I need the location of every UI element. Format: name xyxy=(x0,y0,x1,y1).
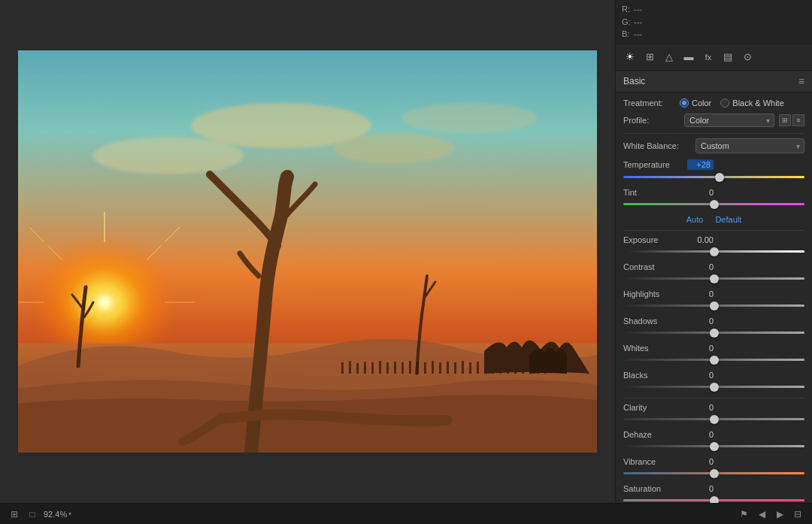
svg-rect-32 xyxy=(469,362,471,374)
highlights-track[interactable] xyxy=(623,304,804,307)
divider-mid xyxy=(623,398,804,398)
blacks-thumb[interactable] xyxy=(710,383,719,392)
saturation-label: Saturation xyxy=(623,484,687,493)
flag-icon[interactable]: ⚑ xyxy=(737,507,750,521)
dehaze-value[interactable]: 0 xyxy=(687,430,714,439)
temperature-row: Temperature +28 xyxy=(623,159,804,170)
exposure-track[interactable] xyxy=(623,250,804,253)
dehaze-thumb[interactable] xyxy=(710,442,719,451)
profile-label: Profile: xyxy=(623,116,680,125)
contrast-thumb[interactable] xyxy=(710,274,719,283)
svg-rect-17 xyxy=(356,363,359,374)
tint-track[interactable] xyxy=(623,203,804,205)
dehaze-section: Dehaze0 xyxy=(623,430,804,453)
b-label: B: xyxy=(622,28,629,41)
temperature-thumb[interactable] xyxy=(715,173,724,182)
svg-rect-20 xyxy=(379,361,381,374)
wb-select[interactable]: Custom As Shot Auto Daylight Cloudy xyxy=(695,138,804,153)
loupe-view-icon[interactable]: □ xyxy=(26,507,39,521)
profile-row: Profile: Color Adobe Color Adobe Landsca… xyxy=(623,114,804,127)
dehaze-row: Dehaze0 xyxy=(623,430,804,439)
shadows-thumb[interactable] xyxy=(710,329,719,338)
vibrance-value[interactable]: 0 xyxy=(687,457,714,466)
exposure-value[interactable]: 0.00 xyxy=(687,235,714,244)
blacks-section: Blacks0 xyxy=(623,371,804,393)
panel-menu-icon[interactable]: ≡ xyxy=(798,75,804,87)
exposure-thumb[interactable] xyxy=(710,247,719,256)
contrast-track[interactable] xyxy=(623,277,804,280)
temperature-track-container xyxy=(623,171,804,183)
temperature-value[interactable]: +28 xyxy=(687,159,714,170)
basic-adjust-icon[interactable]: ☀ xyxy=(622,49,638,65)
highlights-thumb[interactable] xyxy=(710,301,719,310)
main-area: R: --- G: --- B: --- ☀ ⊞ △ ▬ fx ▤ ⊙ Basi… xyxy=(0,0,812,503)
zoom-arrow[interactable]: ▾ xyxy=(68,510,71,517)
treatment-label: Treatment: xyxy=(623,98,680,108)
g-row: G: --- xyxy=(622,16,806,29)
color-radio[interactable]: Color xyxy=(680,98,711,108)
auto-button[interactable]: Auto xyxy=(686,215,704,224)
dehaze-track[interactable] xyxy=(623,445,804,447)
clarity-value[interactable]: 0 xyxy=(687,403,714,412)
profile-select[interactable]: Color Adobe Color Adobe Landscape Adobe … xyxy=(684,114,774,127)
shadows-track[interactable] xyxy=(623,332,804,334)
exposure-section: Exposure0.00 xyxy=(623,235,804,258)
prev-icon[interactable]: ◀ xyxy=(755,507,768,521)
next-icon[interactable]: ▶ xyxy=(773,507,786,521)
svg-rect-19 xyxy=(371,362,374,374)
calibration-icon[interactable]: ▤ xyxy=(720,49,736,65)
color-radio-btn[interactable] xyxy=(680,98,689,108)
tint-thumb[interactable] xyxy=(710,200,719,209)
effects-icon[interactable]: fx xyxy=(700,49,717,65)
zoom-display: 92.4% ▾ xyxy=(44,510,71,519)
highlights-label: Highlights xyxy=(623,289,687,298)
exposure-track-container xyxy=(623,246,804,258)
white-balance-label: White Balance: xyxy=(623,141,691,150)
clarity-thumb[interactable] xyxy=(710,415,719,424)
whites-thumb[interactable] xyxy=(710,356,719,365)
bw-radio[interactable]: Black & White xyxy=(720,98,783,108)
sliders-container: Exposure0.00Contrast0Highlights0Shadows0… xyxy=(623,235,804,504)
shadows-section: Shadows0 xyxy=(623,317,804,339)
tool-bar: ☀ ⊞ △ ▬ fx ▤ ⊙ xyxy=(616,44,812,71)
svg-rect-30 xyxy=(454,362,456,374)
contrast-value[interactable]: 0 xyxy=(687,262,714,271)
blacks-label: Blacks xyxy=(623,371,687,380)
whites-value[interactable]: 0 xyxy=(687,344,714,353)
clarity-track[interactable] xyxy=(623,418,804,420)
clarity-section: Clarity0 xyxy=(623,403,804,426)
profile-grid-icon[interactable]: ⊞ xyxy=(779,114,791,126)
saturation-value[interactable]: 0 xyxy=(687,484,714,493)
temperature-label: Temperature xyxy=(623,160,687,169)
highlights-section: Highlights0 xyxy=(623,289,804,312)
tint-value[interactable]: 0 xyxy=(687,188,714,197)
whites-track[interactable] xyxy=(623,359,804,361)
temperature-track[interactable] xyxy=(623,176,804,178)
color-icon[interactable]: ▬ xyxy=(680,49,697,65)
blacks-track[interactable] xyxy=(623,386,804,388)
tone-curve-icon[interactable]: ⊞ xyxy=(641,49,658,65)
dehaze-label: Dehaze xyxy=(623,430,687,439)
vibrance-track[interactable] xyxy=(623,472,804,474)
highlights-row: Highlights0 xyxy=(623,289,804,298)
lens-icon[interactable]: ⊙ xyxy=(739,49,756,65)
photo-area xyxy=(0,0,615,503)
highlights-value[interactable]: 0 xyxy=(687,289,714,298)
toolbar-options-icon[interactable]: ⊟ xyxy=(791,507,804,521)
rgb-values-panel: R: --- G: --- B: --- xyxy=(616,0,812,44)
blacks-value[interactable]: 0 xyxy=(687,371,714,380)
saturation-track[interactable] xyxy=(623,499,804,501)
detail-icon[interactable]: △ xyxy=(661,49,677,65)
saturation-row: Saturation0 xyxy=(623,484,804,493)
panel-header: Basic ≡ xyxy=(616,71,812,92)
bottom-right: ⚑ ◀ ▶ ⊟ xyxy=(737,507,804,521)
contrast-label: Contrast xyxy=(623,262,687,271)
bw-radio-btn[interactable] xyxy=(720,98,729,108)
default-button[interactable]: Default xyxy=(715,215,741,224)
grid-view-icon[interactable]: ⊞ xyxy=(8,507,21,521)
vibrance-thumb[interactable] xyxy=(710,469,719,478)
profile-list-icon[interactable]: ≡ xyxy=(792,114,804,126)
saturation-thumb[interactable] xyxy=(710,496,719,504)
shadows-value[interactable]: 0 xyxy=(687,317,714,326)
contrast-section: Contrast0 xyxy=(623,262,804,285)
